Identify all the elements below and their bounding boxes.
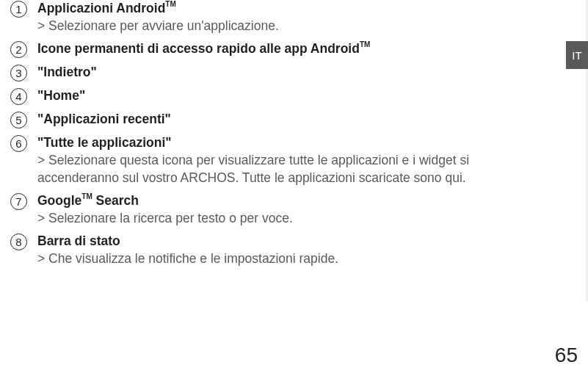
num-circle-icon: 5 (10, 112, 27, 128)
num-circle-icon: 6 (10, 135, 27, 152)
item-title: "Home" (37, 88, 85, 103)
num-circle-icon: 4 (10, 88, 27, 105)
tm-mark: TM (81, 192, 92, 200)
item-title: "Indietro" (37, 65, 97, 79)
language-tab: IT (566, 41, 588, 69)
list-item: 5 "Applicazioni recenti" (10, 111, 543, 128)
num-circle-icon: 1 (10, 1, 27, 18)
item-body: "Tutte le applicazioni" > Selezionare qu… (37, 134, 543, 186)
list-item: 1 Applicazioni AndroidTM > Selezionare p… (10, 0, 543, 35)
item-list: 1 Applicazioni AndroidTM > Selezionare p… (0, 0, 543, 268)
list-item: 8 Barra di stato > Che visualizza le not… (10, 233, 543, 267)
list-item: 3 "Indietro" (10, 64, 543, 82)
item-body: GoogleTM Search > Selezionare la ricerca… (37, 192, 543, 227)
num-circle-icon: 7 (10, 193, 27, 210)
num-circle-icon: 8 (10, 233, 27, 250)
item-body: "Indietro" (37, 64, 543, 82)
item-title: Applicazioni AndroidTM (37, 1, 176, 15)
list-item: 6 "Tutte le applicazioni" > Selezionare … (10, 134, 543, 186)
item-body: Applicazioni AndroidTM > Selezionare per… (37, 0, 543, 35)
title-text: Applicazioni Android (37, 1, 165, 15)
num-circle-icon: 3 (10, 65, 27, 82)
item-body: "Applicazioni recenti" (37, 111, 543, 128)
item-title: GoogleTM Search (37, 193, 139, 208)
item-desc: > Che visualizza le notifiche e le impos… (37, 251, 338, 266)
item-title: "Applicazioni recenti" (37, 112, 171, 126)
item-desc: > Selezionare questa icona per visualizz… (37, 153, 469, 185)
item-body: Barra di stato > Che visualizza le notif… (37, 233, 543, 267)
tm-mark: TM (360, 40, 370, 48)
item-desc: > Selezionare la ricerca per testo o per… (37, 211, 293, 225)
title-text: Google (37, 193, 81, 208)
item-desc: > Selezionare per avviare un'applicazion… (37, 18, 279, 33)
item-title: Icone permanenti di accesso rapido alle … (37, 41, 370, 56)
tm-mark: TM (165, 0, 175, 8)
item-body: "Home" (37, 87, 543, 105)
page-number: 65 (555, 344, 578, 367)
num-circle-icon: 2 (10, 41, 27, 58)
item-body: Icone permanenti di accesso rapido alle … (37, 40, 543, 58)
item-title: "Tutte le applicazioni" (37, 135, 172, 150)
list-item: 2 Icone permanenti di accesso rapido all… (10, 40, 543, 58)
list-item: 4 "Home" (10, 87, 543, 105)
title-text: Search (92, 193, 139, 208)
item-title: Barra di stato (37, 233, 120, 248)
title-text: Icone permanenti di accesso rapido alle … (37, 41, 360, 56)
list-item: 7 GoogleTM Search > Selezionare la ricer… (10, 192, 543, 227)
